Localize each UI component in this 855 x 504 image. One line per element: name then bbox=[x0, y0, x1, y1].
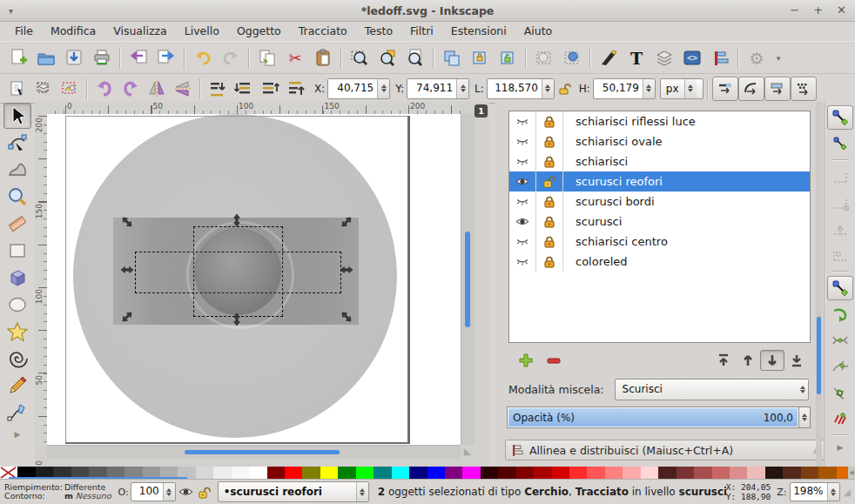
color-swatch[interactable] bbox=[249, 467, 266, 479]
selector-tool[interactable] bbox=[3, 103, 31, 129]
node-tool[interactable] bbox=[3, 130, 31, 156]
rotate-ccw-button[interactable] bbox=[91, 77, 118, 101]
menu-item[interactable]: File bbox=[7, 23, 41, 39]
color-swatch[interactable] bbox=[374, 467, 391, 479]
color-swatch[interactable] bbox=[747, 467, 764, 479]
save-document-button[interactable] bbox=[60, 45, 88, 71]
dock-scrollbar[interactable] bbox=[816, 102, 822, 467]
layer-lock-toggle[interactable] bbox=[536, 192, 563, 212]
color-swatch[interactable] bbox=[712, 467, 730, 479]
layer-visibility-toggle[interactable] bbox=[509, 111, 536, 131]
color-swatch[interactable] bbox=[534, 467, 551, 479]
color-swatch[interactable] bbox=[623, 467, 640, 479]
layer-lock-toggle[interactable] bbox=[536, 131, 563, 151]
color-swatch[interactable] bbox=[445, 467, 462, 479]
zoom-selection-button[interactable] bbox=[346, 45, 374, 71]
palette-scrollbar[interactable] bbox=[9, 477, 187, 480]
cut-button[interactable]: ✂ bbox=[281, 45, 309, 71]
width-spinbox[interactable]: 118,570 bbox=[487, 78, 555, 99]
color-swatch[interactable] bbox=[658, 467, 676, 479]
horizontal-ruler[interactable]: 050100150200 bbox=[47, 102, 461, 115]
layer-lock-toggle[interactable] bbox=[536, 171, 563, 192]
snap-line-midpoints-toggle[interactable] bbox=[827, 407, 853, 431]
layer-row[interactable]: scurusci reofori bbox=[509, 171, 810, 192]
create-clone-button[interactable] bbox=[466, 45, 494, 71]
layer-visibility-toggle[interactable] bbox=[509, 212, 536, 232]
color-swatch[interactable] bbox=[392, 467, 409, 479]
window-resize-grip[interactable]: ◢ bbox=[844, 487, 851, 498]
scale-handle-w[interactable] bbox=[120, 263, 134, 277]
color-swatch[interactable] bbox=[302, 467, 320, 479]
vertical-scrollbar[interactable] bbox=[461, 114, 475, 445]
snap-bbox-edges-toggle[interactable] bbox=[827, 165, 853, 189]
canvas-viewport[interactable] bbox=[47, 114, 461, 445]
zoom-spin-arrows[interactable] bbox=[827, 483, 839, 501]
undo-button[interactable] bbox=[189, 45, 217, 71]
affect-corners-toggle[interactable] bbox=[738, 77, 764, 101]
layer-opacity-slider[interactable]: Opacità (%) 100,0 bbox=[507, 407, 799, 428]
vertical-scrollbar-thumb[interactable] bbox=[465, 232, 470, 327]
star-tool[interactable] bbox=[3, 319, 31, 345]
preferences-button[interactable]: ⚙ bbox=[743, 45, 771, 71]
select-all-button[interactable] bbox=[4, 77, 30, 101]
box3d-tool[interactable] bbox=[3, 265, 31, 291]
align-distribute-bar[interactable]: Allinea e distribuisci (Maiusc+Ctrl+A) ▲ bbox=[505, 440, 825, 460]
color-swatch[interactable] bbox=[213, 467, 231, 479]
opacity-spin-arrows[interactable] bbox=[799, 407, 811, 428]
blend-mode-combo[interactable]: Scurisci bbox=[615, 379, 809, 400]
width-spin-arrows[interactable] bbox=[542, 79, 554, 98]
toolbar-overflow-button[interactable]: ▾ bbox=[771, 45, 786, 71]
color-swatch[interactable] bbox=[818, 467, 836, 479]
zoom-spinbox[interactable]: 198% bbox=[790, 482, 840, 501]
sticky-zoom-badge[interactable]: 1 bbox=[475, 104, 488, 118]
copy-button[interactable] bbox=[253, 45, 281, 71]
zoom-page-button[interactable] bbox=[401, 45, 429, 71]
color-swatch[interactable] bbox=[428, 467, 445, 479]
snap-nodes-toggle[interactable] bbox=[827, 276, 853, 300]
color-swatch[interactable] bbox=[409, 467, 427, 479]
menu-item[interactable]: Tracciato bbox=[291, 23, 355, 39]
snap-cusp-nodes-toggle[interactable] bbox=[827, 354, 853, 379]
ellipse-tool[interactable] bbox=[3, 292, 31, 318]
lock-ratio-icon[interactable] bbox=[557, 82, 571, 96]
menu-item[interactable]: Testo bbox=[357, 23, 401, 39]
object-opacity-arrows[interactable] bbox=[163, 483, 175, 501]
color-swatch[interactable] bbox=[605, 467, 623, 479]
snap-bbox-edge-midpoints-toggle[interactable] bbox=[827, 217, 853, 241]
color-swatch[interactable] bbox=[196, 467, 213, 479]
scale-handle-s[interactable] bbox=[230, 312, 244, 326]
color-swatch[interactable] bbox=[677, 467, 694, 479]
menu-item[interactable]: Estensioni bbox=[443, 23, 515, 39]
pencil-tool[interactable] bbox=[3, 373, 31, 399]
layer-lower-button[interactable] bbox=[760, 350, 784, 371]
color-swatch[interactable] bbox=[801, 467, 818, 479]
scale-handle-n[interactable] bbox=[230, 213, 244, 227]
lower-button[interactable] bbox=[231, 77, 257, 101]
color-swatch[interactable] bbox=[730, 467, 747, 479]
lower-to-bottom-button[interactable] bbox=[205, 77, 231, 101]
color-swatch[interactable] bbox=[320, 467, 338, 479]
color-swatch[interactable] bbox=[498, 467, 515, 479]
fill-stroke-dialog-button[interactable] bbox=[595, 45, 623, 71]
rotate-cw-button[interactable] bbox=[118, 77, 144, 101]
layer-row[interactable]: scurusci bordi bbox=[509, 192, 810, 212]
zoom-drawing-button[interactable] bbox=[374, 45, 401, 71]
layer-to-top-button[interactable] bbox=[711, 350, 736, 371]
layer-lock-toggle[interactable] bbox=[536, 111, 563, 131]
layer-visibility-toggle[interactable] bbox=[509, 171, 536, 192]
align-dialog-button[interactable] bbox=[706, 45, 734, 71]
color-swatch[interactable] bbox=[285, 467, 302, 479]
current-layer-combo[interactable]: •scurusci reofori bbox=[218, 481, 369, 502]
xml-editor-button[interactable]: <> bbox=[678, 45, 706, 71]
menu-item[interactable]: Oggetto bbox=[229, 23, 289, 39]
fill-stroke-indicator[interactable]: Riempimento: Differente Contorno: m Ness… bbox=[4, 483, 113, 501]
menu-item[interactable]: Aiuto bbox=[516, 23, 561, 39]
paste-button[interactable] bbox=[309, 45, 337, 71]
color-swatch[interactable] bbox=[552, 467, 569, 479]
height-spinbox[interactable]: 50,179 bbox=[593, 78, 656, 99]
export-button[interactable] bbox=[152, 45, 180, 71]
color-swatch[interactable] bbox=[587, 467, 604, 479]
horizontal-scrollbar[interactable] bbox=[47, 445, 461, 459]
color-swatch[interactable] bbox=[356, 467, 374, 479]
zoom-tool[interactable] bbox=[3, 184, 31, 210]
